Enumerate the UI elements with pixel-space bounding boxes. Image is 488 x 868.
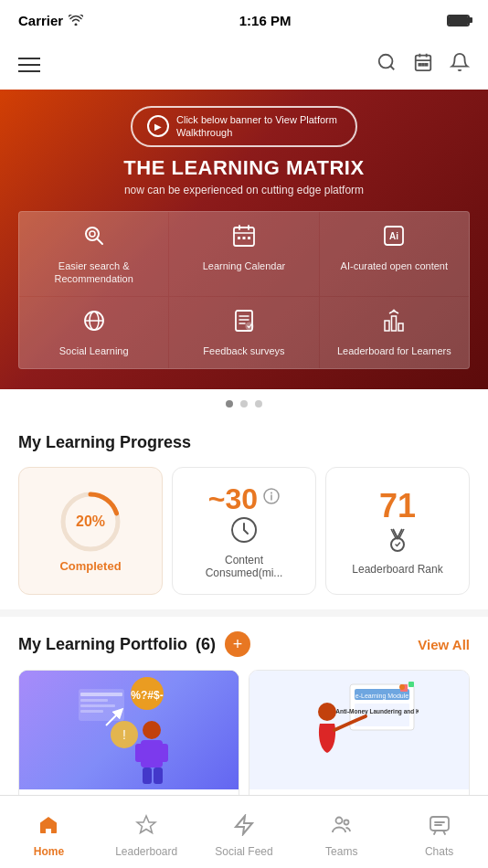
wifi-icon <box>69 13 83 28</box>
info-icon[interactable] <box>263 488 280 508</box>
rank-number: 71 <box>379 487 416 525</box>
carousel-dots <box>0 389 488 418</box>
percent-card: 20% Completed <box>18 467 163 595</box>
nav-teams[interactable]: Teams <box>292 796 390 868</box>
svg-rect-9 <box>242 237 245 239</box>
svg-rect-30 <box>80 699 108 702</box>
view-all-button[interactable]: View All <box>418 637 470 652</box>
svg-rect-29 <box>80 693 122 696</box>
portfolio-header: My Learning Portfolio (6) + View All <box>18 631 470 657</box>
status-time: 1:16 PM <box>239 13 292 28</box>
svg-point-50 <box>399 684 405 690</box>
svg-point-0 <box>379 55 393 69</box>
nav-leaderboard[interactable]: Leaderboard <box>98 796 196 868</box>
calendar-feature-icon <box>231 223 257 254</box>
status-bar: Carrier 1:16 PM <box>0 0 488 40</box>
header-actions <box>377 52 470 78</box>
learning-progress-title: My Learning Progress <box>18 433 470 452</box>
svg-rect-40 <box>159 744 168 762</box>
search-button[interactable] <box>377 52 397 78</box>
svg-point-37 <box>143 721 161 739</box>
svg-text:!: ! <box>122 727 126 742</box>
feature-social: Social Learning <box>19 297 168 368</box>
status-battery <box>447 15 470 26</box>
battery-icon <box>447 15 470 26</box>
calendar-button[interactable] <box>413 52 433 78</box>
status-carrier: Carrier <box>18 13 83 28</box>
feature-search: Easier search & Recommendation <box>19 212 168 297</box>
portfolio-title: My Learning Portfolio (6) <box>18 635 216 654</box>
leaderboard-feature-icon <box>381 308 407 339</box>
svg-rect-55 <box>430 817 449 831</box>
nav-chats[interactable]: Chats <box>390 796 488 868</box>
feedback-icon <box>231 308 257 339</box>
content-card: ~30 Content Consumed(mi. <box>172 467 316 595</box>
menu-button[interactable] <box>18 58 40 72</box>
svg-marker-52 <box>236 816 252 834</box>
svg-rect-1 <box>416 56 431 70</box>
content-number: ~30 <box>208 482 258 516</box>
feature-feedback: Feedback surveys <box>169 297 318 368</box>
feature-leaderboard: Leaderboard for Learners <box>320 297 469 368</box>
svg-rect-20 <box>398 323 403 331</box>
learning-progress-section: My Learning Progress 20% Completed ~30 <box>0 418 488 609</box>
banner-title: THE LEARNING MATRIX <box>18 156 470 180</box>
social-feed-icon <box>233 814 255 842</box>
banner-cta-button[interactable]: ▶ Click below banner to View Platform Wa… <box>131 106 357 147</box>
add-course-button[interactable]: + <box>225 631 250 657</box>
course-thumbnail-2: e-Learning Module Anti-Money Laundering … <box>249 671 469 789</box>
svg-rect-46 <box>355 704 409 726</box>
bottom-navigation: Home Leaderboard Social Feed Teams <box>0 795 488 868</box>
svg-rect-3 <box>422 64 424 66</box>
svg-point-54 <box>344 820 348 824</box>
app-header <box>0 40 488 90</box>
svg-point-6 <box>90 231 95 237</box>
home-label: Home <box>34 845 64 858</box>
medal-icon <box>384 525 411 559</box>
feature-ai: Ai AI-curated open content <box>320 212 469 297</box>
chats-label: Chats <box>425 845 453 858</box>
svg-point-53 <box>335 817 342 823</box>
svg-rect-19 <box>392 316 397 331</box>
svg-point-51 <box>318 703 336 721</box>
percent-value: 20% <box>76 513 105 530</box>
home-icon <box>37 814 59 842</box>
svg-rect-32 <box>80 710 103 713</box>
svg-rect-10 <box>248 237 250 239</box>
leaderboard-nav-icon <box>135 814 157 842</box>
circular-progress: 20% <box>58 490 122 554</box>
svg-rect-2 <box>419 64 420 66</box>
notifications-button[interactable] <box>450 52 470 78</box>
chats-icon <box>429 814 451 842</box>
svg-text:e-Learning Module: e-Learning Module <box>355 693 408 700</box>
course-thumbnail-1: %?#$- ! <box>19 671 239 789</box>
teams-label: Teams <box>325 845 357 858</box>
progress-cards-container: 20% Completed ~30 <box>18 467 470 609</box>
svg-rect-39 <box>135 744 144 762</box>
feature-calendar: Learning Calendar <box>169 212 318 297</box>
svg-text:Anti-Money Laundering and KYC: Anti-Money Laundering and KYC <box>335 708 419 715</box>
banner-features: Easier search & Recommendation Lea <box>18 211 470 370</box>
dot-1[interactable] <box>226 400 233 408</box>
social-learning-icon <box>81 308 107 339</box>
leaderboard-label: Leaderboard <box>115 845 177 858</box>
search-recommendation-icon <box>81 223 107 254</box>
svg-rect-49 <box>408 682 414 687</box>
dot-3[interactable] <box>255 400 262 408</box>
svg-rect-18 <box>385 321 389 331</box>
svg-rect-8 <box>238 237 240 239</box>
svg-rect-31 <box>80 704 115 707</box>
content-label: Content Consumed(mi... <box>187 554 301 579</box>
svg-rect-42 <box>154 767 163 784</box>
nav-social-feed[interactable]: Social Feed <box>196 796 293 868</box>
svg-point-21 <box>393 310 396 312</box>
ai-icon: Ai <box>381 223 407 254</box>
nav-home[interactable]: Home <box>0 796 98 868</box>
dot-2[interactable] <box>240 400 248 408</box>
svg-text:%?#$-: %?#$- <box>131 689 163 702</box>
play-icon: ▶ <box>147 115 169 137</box>
rank-card: 71 Leaderboard Rank <box>325 467 470 595</box>
svg-rect-41 <box>143 767 152 784</box>
rank-label: Leaderboard Rank <box>352 563 442 576</box>
svg-point-25 <box>271 492 272 494</box>
